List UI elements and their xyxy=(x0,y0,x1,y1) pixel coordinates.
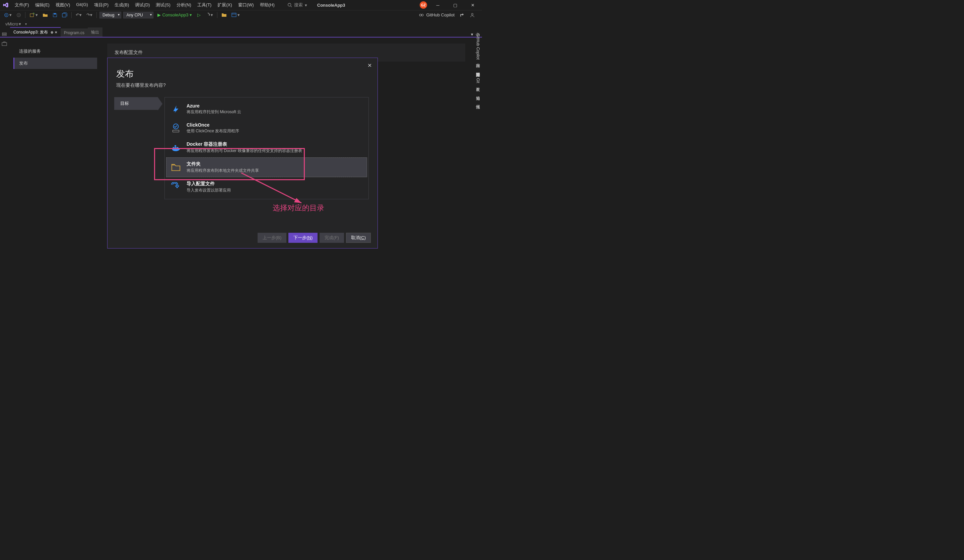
dialog-close-button[interactable]: ✕ xyxy=(365,61,373,69)
svg-point-0 xyxy=(288,3,291,7)
menu-file[interactable]: 文件(F) xyxy=(12,1,32,10)
vmicro-menu[interactable]: vMicro ▾ xyxy=(4,21,23,27)
tab-program[interactable]: Program.cs xyxy=(60,28,88,37)
menu-git[interactable]: Git(G) xyxy=(73,1,90,10)
publish-dialog: ✕ 发布 现在要在哪里发布内容? 目标 Azure 将应用程序托管到 Micro… xyxy=(107,58,378,249)
vs-logo-icon xyxy=(3,2,9,8)
docker-icon xyxy=(171,142,181,153)
dialog-footer: 上一步(B) 下一步(N) 完成(F) 取消(C) xyxy=(257,233,371,243)
menu-debug[interactable]: 调试(D) xyxy=(132,1,152,10)
step-target[interactable]: 目标 xyxy=(114,97,158,110)
publish-targets: Azure 将应用程序托管到 Microsoft 云 ClickOnce 使用 … xyxy=(164,97,369,199)
run-target-label: ConsoleApp3 xyxy=(162,12,188,18)
play-icon: ▶ xyxy=(158,12,161,18)
svg-rect-5 xyxy=(54,13,55,15)
app-title: ConsoleApp3 xyxy=(317,3,345,8)
file-browser-button[interactable] xyxy=(220,12,228,18)
sidebar-connected-services[interactable]: 连接的服务 xyxy=(13,46,97,57)
tab-output[interactable]: 输出 xyxy=(88,28,103,37)
pin-icon[interactable]: ⊕ xyxy=(50,31,53,34)
tab-publish[interactable]: ConsoleApp3: 发布 ⊕✕ xyxy=(10,27,60,37)
start-debug-button[interactable]: ▶ ConsoleApp3 ▾ xyxy=(155,12,194,18)
svg-rect-14 xyxy=(2,42,7,46)
start-without-debug-button[interactable]: ▷ xyxy=(196,12,202,18)
menu-view[interactable]: 视图(V) xyxy=(53,1,73,10)
svg-rect-20 xyxy=(174,145,176,147)
search-box[interactable]: 搜索▾ xyxy=(287,2,307,8)
share-button[interactable] xyxy=(458,12,465,18)
menu-edit[interactable]: 编辑(E) xyxy=(33,1,52,10)
vtab-properties[interactable]: 属性 xyxy=(474,101,481,103)
undo-button[interactable]: ↶▾ xyxy=(74,12,83,18)
svg-point-8 xyxy=(419,14,422,16)
svg-rect-17 xyxy=(173,147,174,149)
vtab-notifications[interactable]: 通知 xyxy=(474,92,481,94)
svg-point-9 xyxy=(422,14,423,16)
menu-analyze[interactable]: 分析(N) xyxy=(174,1,194,10)
window-layout-button[interactable]: ▾ xyxy=(230,12,241,18)
menu-window[interactable]: 窗口(W) xyxy=(236,1,257,10)
menu-tools[interactable]: 工具(T) xyxy=(195,1,214,10)
new-project-button[interactable]: ▾ xyxy=(28,12,39,18)
svg-line-1 xyxy=(290,6,292,7)
open-button[interactable] xyxy=(41,12,49,18)
platform-dropdown[interactable]: Any CPU xyxy=(123,12,153,18)
target-clickonce[interactable]: ClickOnce 使用 ClickOnce 发布应用程序 xyxy=(166,119,367,138)
secondary-toolbar: vMicro ▾ ▾ xyxy=(0,20,482,28)
svg-rect-18 xyxy=(174,147,176,149)
dialog-title: 发布 xyxy=(116,68,369,80)
menu-extensions[interactable]: 扩展(X) xyxy=(215,1,234,10)
menu-project[interactable]: 项目(P) xyxy=(91,1,111,10)
account-button[interactable] xyxy=(469,12,476,18)
publish-sidebar: 连接的服务 发布 xyxy=(10,39,101,280)
document-tabs: ConsoleApp3: 发布 ⊕✕ Program.cs 输出 ▾ xyxy=(0,28,482,37)
minimize-button[interactable]: ─ xyxy=(431,0,445,10)
vtab-solution-explorer[interactable]: 解决方案资源管理器 xyxy=(474,68,481,71)
svg-point-3 xyxy=(17,13,21,17)
next-button[interactable]: 下一步(N) xyxy=(288,233,318,243)
target-folder[interactable]: 文件夹 将应用程序发布到本地文件夹或文件共享 xyxy=(166,158,367,177)
vtab-copilot-chat[interactable]: GitHub Copilot 聊天 xyxy=(474,32,481,62)
config-dropdown[interactable]: Debug xyxy=(99,12,121,18)
target-docker[interactable]: Docker 容器注册表 将应用程序发布到与 Docker 映像兼容的任何受支持… xyxy=(166,138,367,158)
sidebar-publish[interactable]: 发布 xyxy=(13,58,97,69)
user-avatar[interactable]: GZ xyxy=(420,2,427,9)
hot-reload-button[interactable]: ▾ xyxy=(204,12,214,18)
right-tool-strip: GitHub Copilot 聊天 解决方案资源管理器 Git 更改 通知 属性 xyxy=(473,29,482,103)
redo-button[interactable]: ↷▾ xyxy=(85,12,94,18)
menu-help[interactable]: 帮助(H) xyxy=(257,1,277,10)
menu-test[interactable]: 测试(S) xyxy=(153,1,173,10)
maximize-button[interactable]: ▢ xyxy=(448,0,462,10)
svg-rect-12 xyxy=(2,33,7,34)
title-bar: 文件(F) 编辑(E) 视图(V) Git(G) 项目(P) 生成(B) 调试(… xyxy=(0,0,482,10)
close-button[interactable]: ✕ xyxy=(466,0,479,10)
finish-button: 完成(F) xyxy=(319,233,344,243)
dialog-subtitle: 现在要在哪里发布内容? xyxy=(116,82,369,88)
svg-point-10 xyxy=(471,13,473,15)
prev-button: 上一步(B) xyxy=(257,233,287,243)
nav-back-button[interactable]: ▾ xyxy=(3,12,13,18)
left-tool-strip xyxy=(0,29,9,46)
main-content: 连接的服务 发布 发布配置文件 ✕ 发布 现在要在哪里发布内容? 目标 Azur… xyxy=(10,39,472,280)
close-tab-icon[interactable]: ✕ xyxy=(55,31,57,34)
main-menu: 文件(F) 编辑(E) 视图(V) Git(G) 项目(P) 生成(B) 调试(… xyxy=(12,1,277,10)
tab-overflow-button[interactable]: ▾ xyxy=(471,32,473,37)
save-button[interactable] xyxy=(51,12,59,18)
svg-rect-6 xyxy=(232,13,236,17)
target-azure[interactable]: Azure 将应用程序托管到 Microsoft 云 xyxy=(166,99,367,119)
server-explorer-icon[interactable] xyxy=(2,32,7,37)
search-label: 搜索 xyxy=(294,2,303,8)
svg-point-2 xyxy=(5,13,8,17)
nav-forward-button[interactable] xyxy=(15,12,23,18)
toolbox-icon[interactable] xyxy=(2,41,7,46)
copilot-button[interactable]: GitHub Copilot xyxy=(419,12,454,18)
cancel-button[interactable]: 取消(C) xyxy=(346,233,371,243)
copilot-icon xyxy=(419,12,424,18)
menu-build[interactable]: 生成(B) xyxy=(112,1,132,10)
vmicro-overflow[interactable]: ▾ xyxy=(24,21,28,26)
folder-icon xyxy=(171,162,181,173)
save-all-button[interactable] xyxy=(60,12,68,18)
target-import[interactable]: 导入配置文件 导入发布设置以部署应用 xyxy=(166,177,367,197)
svg-rect-16 xyxy=(173,130,179,132)
vtab-git-changes[interactable]: Git 更改 xyxy=(474,77,481,86)
